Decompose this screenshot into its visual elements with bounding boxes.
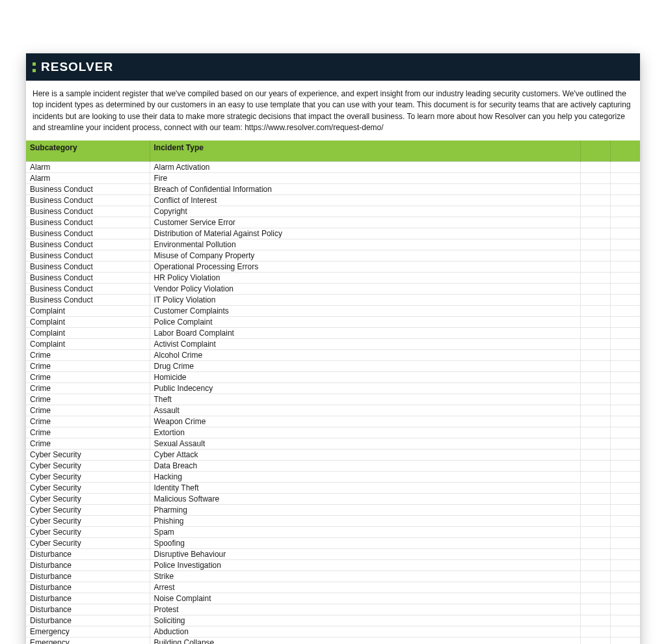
cell-empty-4 [610, 349, 640, 360]
cell-empty-3 [580, 604, 610, 615]
table-row: Cyber SecurityPharming [26, 504, 640, 515]
cell-empty-4 [610, 504, 640, 515]
cell-incident-type: Disruptive Behaviour [150, 548, 580, 559]
table-row: DisturbanceArrest [26, 582, 640, 593]
cell-subcategory: Complaint [26, 305, 150, 316]
table-row: ComplaintCustomer Complaints [26, 305, 640, 316]
cell-incident-type: Identity Theft [150, 482, 580, 493]
cell-empty-4 [610, 493, 640, 504]
table-row: Cyber SecurityCyber Attack [26, 449, 640, 460]
cell-empty-4 [610, 593, 640, 604]
cell-empty-3 [580, 305, 610, 316]
cell-subcategory: Cyber Security [26, 537, 150, 548]
brand-logo: RESOLVER [33, 60, 113, 74]
cell-empty-4 [610, 438, 640, 449]
table-row: CrimeDrug Crime [26, 360, 640, 371]
cell-empty-3 [580, 548, 610, 559]
cell-empty-4 [610, 582, 640, 593]
cell-empty-4 [610, 283, 640, 294]
header-bar: RESOLVER [26, 53, 640, 81]
cell-empty-4 [610, 482, 640, 493]
cell-empty-4 [610, 637, 640, 644]
cell-subcategory: Disturbance [26, 582, 150, 593]
table-row: EmergencyBuilding Collapse [26, 637, 640, 644]
cell-empty-3 [580, 283, 610, 294]
cell-incident-type: Pharming [150, 504, 580, 515]
table-row: ComplaintActivist Complaint [26, 338, 640, 349]
cell-subcategory: Alarm [26, 161, 150, 172]
cell-empty-3 [580, 371, 610, 382]
cell-incident-type: Phishing [150, 515, 580, 526]
logo-dots-icon [33, 62, 36, 72]
cell-empty-3 [580, 427, 610, 438]
cell-empty-3 [580, 228, 610, 239]
cell-empty-4 [610, 394, 640, 405]
cell-empty-4 [610, 305, 640, 316]
cell-empty-3 [580, 250, 610, 261]
table-row: Business ConductEnvironmental Pollution [26, 239, 640, 250]
table-header-row: Subcategory Incident Type [26, 141, 640, 162]
table-row: DisturbanceProtest [26, 604, 640, 615]
cell-empty-4 [610, 316, 640, 327]
table-row: CrimeAlcohol Crime [26, 349, 640, 360]
cell-incident-type: Abduction [150, 626, 580, 637]
cell-empty-4 [610, 537, 640, 548]
table-row: Business ConductMisuse of Company Proper… [26, 250, 640, 261]
cell-empty-4 [610, 371, 640, 382]
cell-incident-type: Activist Complaint [150, 338, 580, 349]
cell-incident-type: Copyright [150, 206, 580, 217]
document-sheet: RESOLVER Here is a sample incident regis… [26, 53, 640, 644]
cell-incident-type: Arrest [150, 582, 580, 593]
cell-empty-4 [610, 405, 640, 416]
cell-empty-4 [610, 360, 640, 371]
cell-empty-4 [610, 217, 640, 228]
cell-empty-4 [610, 294, 640, 305]
cell-empty-3 [580, 593, 610, 604]
cell-subcategory: Crime [26, 371, 150, 382]
cell-empty-3 [580, 416, 610, 427]
col-header-incident-type: Incident Type [150, 141, 580, 162]
cell-empty-4 [610, 172, 640, 183]
table-row: Cyber SecurityPhishing [26, 515, 640, 526]
cell-subcategory: Crime [26, 438, 150, 449]
cell-subcategory: Disturbance [26, 570, 150, 582]
table-row: Cyber SecuritySpoofing [26, 537, 640, 548]
cell-incident-type: Breach of Confidential Information [150, 183, 580, 195]
table-row: Business ConductOperational Processing E… [26, 261, 640, 272]
intro-paragraph: Here is a sample incident register that … [26, 81, 640, 141]
cell-empty-3 [580, 327, 610, 338]
cell-subcategory: Emergency [26, 637, 150, 644]
cell-empty-3 [580, 537, 610, 548]
table-row: Cyber SecuritySpam [26, 526, 640, 537]
cell-subcategory: Crime [26, 405, 150, 416]
cell-empty-4 [610, 449, 640, 460]
cell-incident-type: Spam [150, 526, 580, 537]
cell-empty-3 [580, 460, 610, 471]
cell-subcategory: Complaint [26, 338, 150, 349]
cell-empty-4 [610, 161, 640, 172]
cell-empty-4 [610, 548, 640, 559]
cell-incident-type: Strike [150, 570, 580, 582]
cell-incident-type: Alarm Activation [150, 161, 580, 172]
cell-empty-4 [610, 250, 640, 261]
cell-empty-4 [610, 626, 640, 637]
table-row: CrimeHomicide [26, 371, 640, 382]
cell-subcategory: Crime [26, 382, 150, 394]
cell-incident-type: Extortion [150, 427, 580, 438]
cell-incident-type: Public Indecency [150, 382, 580, 394]
table-row: DisturbanceStrike [26, 570, 640, 582]
cell-subcategory: Business Conduct [26, 228, 150, 239]
cell-incident-type: Assault [150, 405, 580, 416]
cell-empty-3 [580, 504, 610, 515]
cell-empty-3 [580, 637, 610, 644]
cell-subcategory: Disturbance [26, 559, 150, 570]
cell-incident-type: IT Policy Violation [150, 294, 580, 305]
cell-subcategory: Business Conduct [26, 239, 150, 250]
table-row: CrimeTheft [26, 394, 640, 405]
cell-subcategory: Crime [26, 360, 150, 371]
cell-incident-type: HR Policy Violation [150, 272, 580, 283]
cell-empty-3 [580, 438, 610, 449]
cell-subcategory: Cyber Security [26, 482, 150, 493]
table-row: Business ConductHR Policy Violation [26, 272, 640, 283]
cell-incident-type: Malicious Software [150, 493, 580, 504]
